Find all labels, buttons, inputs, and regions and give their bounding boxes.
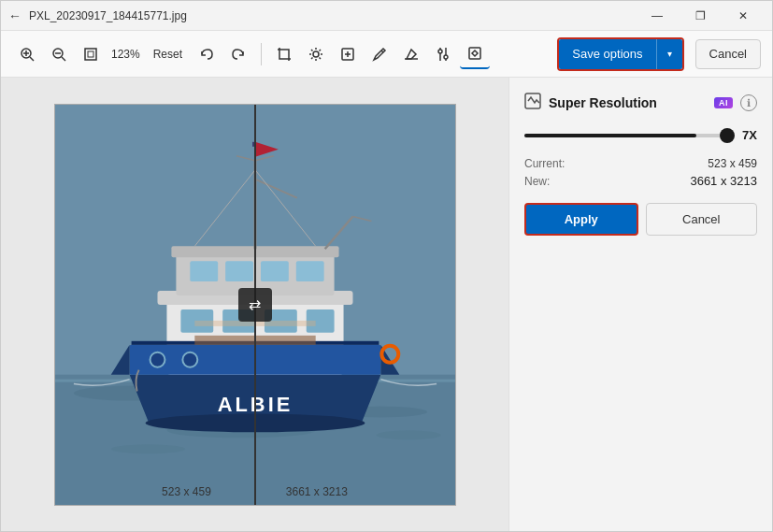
new-value: 3661 x 3213 — [690, 174, 757, 188]
fit-to-window-button[interactable] — [76, 39, 106, 69]
crop-icon — [277, 47, 292, 62]
markup-button[interactable] — [333, 39, 363, 69]
svg-rect-8 — [88, 51, 93, 57]
super-resolution-icon — [524, 93, 541, 113]
svg-point-36 — [376, 430, 441, 439]
svg-line-1 — [30, 57, 34, 61]
new-resolution-label: 3661 x 3213 — [286, 485, 348, 498]
current-value: 523 x 459 — [708, 157, 757, 170]
zoom-out-icon — [51, 47, 66, 62]
zoom-in-button[interactable] — [12, 39, 42, 69]
current-label: Current: — [524, 157, 565, 170]
filter-button[interactable] — [428, 39, 458, 69]
svg-line-5 — [62, 57, 65, 61]
slider-track[interactable] — [524, 134, 727, 137]
svg-point-9 — [313, 51, 319, 57]
brightness-button[interactable] — [301, 39, 331, 69]
window-controls: — ❐ ✕ — [636, 1, 765, 31]
slider-thumb[interactable] — [720, 128, 735, 143]
redo-button[interactable] — [223, 39, 253, 69]
edit-tools — [269, 39, 490, 69]
svg-point-59 — [182, 352, 197, 367]
resolution-slider-container: 7X — [524, 124, 757, 146]
enhance-icon — [467, 46, 482, 61]
svg-line-14 — [311, 50, 313, 51]
info-button[interactable]: ℹ — [740, 94, 757, 111]
boat-image: ALBIE — [54, 104, 456, 506]
main-content: ALBIE — [1, 78, 772, 531]
erase-icon — [404, 47, 419, 62]
fit-icon — [83, 47, 98, 62]
draw-button[interactable] — [365, 39, 394, 69]
apply-button[interactable]: Apply — [524, 203, 638, 236]
redo-icon — [231, 47, 246, 62]
svg-line-15 — [320, 57, 322, 59]
right-panel: Super Resolution AI ℹ 7X Current: 523 x … — [508, 78, 772, 531]
filter-icon — [436, 47, 451, 62]
zoom-out-button[interactable] — [44, 39, 74, 69]
svg-line-21 — [381, 50, 383, 52]
svg-point-23 — [438, 50, 442, 53]
draw-icon — [372, 47, 387, 62]
maximize-button[interactable]: ❐ — [679, 1, 722, 31]
new-label: New: — [524, 175, 550, 188]
zoom-controls: 123% Reset — [12, 39, 253, 69]
toolbar-divider-1 — [261, 43, 262, 65]
svg-rect-49 — [295, 261, 323, 281]
save-options-dropdown-button[interactable]: ▾ — [656, 39, 682, 69]
undo-button[interactable] — [192, 39, 222, 69]
svg-point-58 — [150, 352, 165, 367]
undo-icon — [199, 47, 214, 62]
slider-fill — [524, 134, 696, 137]
enhance-panel-icon — [524, 93, 541, 109]
enhance-button[interactable] — [460, 39, 490, 69]
new-resolution-row: New: 3661 x 3213 — [524, 174, 757, 188]
svg-rect-47 — [225, 261, 253, 281]
resolution-info: Current: 523 x 459 New: 3661 x 3213 — [524, 157, 757, 188]
save-options-button[interactable]: Save options — [559, 39, 655, 69]
erase-button[interactable] — [396, 39, 426, 69]
split-handle[interactable]: ⇄ — [238, 288, 272, 322]
reset-button[interactable]: Reset — [146, 44, 190, 65]
panel-cancel-button[interactable]: Cancel — [646, 203, 758, 236]
svg-rect-7 — [85, 49, 96, 60]
canvas-area: ALBIE — [1, 78, 508, 531]
zoom-level-display: 123% — [107, 46, 144, 63]
save-options-group: Save options ▾ — [557, 37, 683, 71]
svg-rect-46 — [190, 261, 218, 281]
slider-value-display: 7X — [735, 128, 757, 142]
close-button[interactable]: ✕ — [722, 1, 765, 31]
dropdown-chevron-icon: ▾ — [667, 49, 672, 59]
brightness-icon — [308, 47, 323, 62]
svg-rect-29 — [469, 48, 480, 59]
titlebar: ← PXL_20230917_184415771.jpg — ❐ ✕ — [1, 1, 772, 31]
slider-row: 7X — [524, 128, 757, 142]
zoom-in-icon — [20, 47, 35, 62]
window-title: PXL_20230917_184415771.jpg — [29, 9, 636, 22]
back-button[interactable]: ← — [8, 8, 21, 23]
ai-badge: AI — [714, 97, 733, 108]
original-resolution-label: 523 x 459 — [162, 485, 211, 498]
markup-icon — [340, 47, 355, 62]
bottom-labels: 523 x 459 3661 x 3213 — [54, 485, 456, 498]
crop-button[interactable] — [269, 39, 299, 69]
minimize-button[interactable]: — — [636, 1, 679, 31]
panel-title: Super Resolution — [549, 95, 707, 110]
svg-point-35 — [110, 444, 185, 453]
panel-header: Super Resolution AI ℹ — [524, 93, 757, 113]
svg-rect-48 — [260, 261, 288, 281]
current-resolution-row: Current: 523 x 459 — [524, 157, 757, 170]
svg-line-17 — [311, 57, 313, 59]
svg-line-16 — [320, 50, 322, 51]
toolbar: 123% Reset — [1, 31, 772, 78]
image-container: ALBIE — [54, 104, 456, 506]
svg-point-24 — [444, 55, 448, 59]
cancel-button[interactable]: Cancel — [695, 39, 761, 69]
action-row: Apply Cancel — [524, 203, 757, 236]
